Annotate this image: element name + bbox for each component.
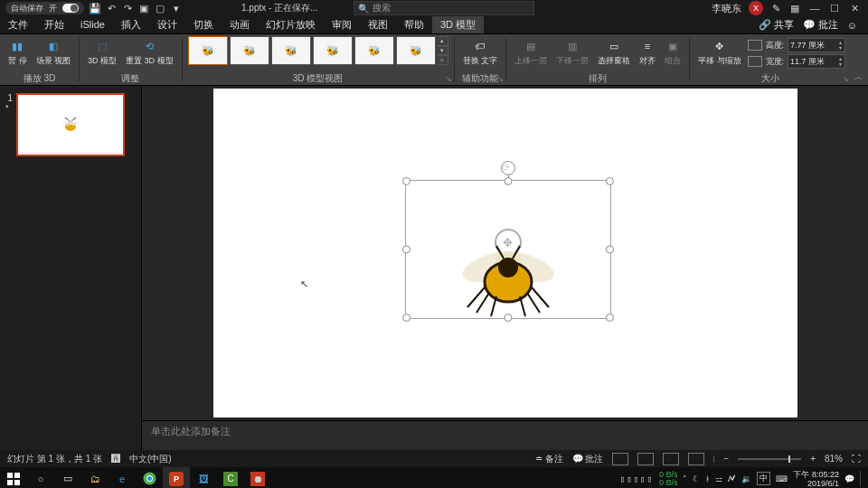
comments-button[interactable]: 💬 批注 — [803, 18, 838, 32]
collapse-ribbon-icon[interactable]: ︿ — [854, 71, 863, 83]
reading-view-icon[interactable] — [663, 453, 679, 465]
chrome-icon[interactable] — [136, 467, 163, 488]
tab-view[interactable]: 视图 — [360, 16, 396, 33]
normal-view-icon[interactable] — [612, 453, 628, 465]
photos-icon[interactable]: 🖼 — [190, 467, 217, 488]
tab-insert[interactable]: 插入 — [113, 16, 149, 33]
avatar[interactable]: X — [749, 1, 763, 15]
align-button[interactable]: ≡对齐 — [637, 36, 658, 67]
moon-icon[interactable]: ☾ — [693, 474, 700, 483]
reset-button[interactable]: ⟲重置 3D 模型 — [123, 36, 176, 67]
sorter-view-icon[interactable] — [637, 453, 654, 465]
fit-window-icon[interactable]: ⛶ — [852, 454, 861, 464]
model-button[interactable]: ⬚3D 模型 — [85, 36, 119, 67]
tab-design[interactable]: 设计 — [149, 16, 185, 33]
height-input[interactable]: ▴▾ — [788, 38, 845, 52]
accessibility-icon[interactable]: 🅰 — [111, 454, 120, 464]
tab-animations[interactable]: 动画 — [222, 16, 258, 33]
view-thumb-3[interactable]: 🐝 — [271, 36, 311, 65]
pause-button[interactable]: ▮▮暂 停 — [5, 36, 30, 67]
battery-icon[interactable]: 🗲 — [728, 474, 736, 483]
recorder-icon[interactable]: ⏺ — [244, 467, 271, 488]
scene-button[interactable]: ◧场景 视图 — [33, 36, 74, 67]
smile-icon[interactable]: ☺ — [847, 20, 857, 31]
language-button[interactable]: 中文(中国) — [129, 453, 172, 465]
share-button[interactable]: 🔗 共享 — [759, 18, 794, 32]
assist-launcher-icon[interactable]: ↘ — [497, 75, 504, 83]
selection-pane-button[interactable]: ▭选择窗格 — [595, 36, 633, 67]
start-button[interactable] — [0, 467, 27, 488]
camtasia-icon[interactable]: C — [217, 467, 244, 488]
slide[interactable]: ↖ ⟳ ✥ — [213, 89, 797, 418]
size-launcher-icon[interactable]: ↘ — [843, 75, 849, 83]
handle-s[interactable] — [504, 314, 512, 322]
handle-nw[interactable] — [402, 177, 410, 185]
tab-slideshow[interactable]: 幻灯片放映 — [258, 16, 324, 33]
taskview-icon[interactable]: ▭ — [54, 467, 81, 488]
alttext-button[interactable]: 🏷替换 文字 — [460, 36, 501, 67]
cortana-icon[interactable]: ○ — [27, 467, 54, 488]
tab-home[interactable]: 开始 — [36, 16, 72, 33]
3d-pivot-handle[interactable]: ✥ — [495, 229, 522, 256]
view-thumb-6[interactable]: 🐝 — [396, 36, 436, 65]
handle-se[interactable] — [606, 314, 614, 322]
zoom-value[interactable]: 81% — [825, 454, 843, 464]
zoom-in-icon[interactable]: + — [810, 454, 816, 464]
minimize-icon[interactable]: — — [808, 2, 821, 14]
handle-n[interactable] — [504, 177, 512, 185]
ribbon-display-icon[interactable]: ▦ — [788, 2, 801, 14]
autosave-toggle[interactable]: 自动保存 开 — [5, 2, 84, 14]
notes-pane[interactable]: 单击此处添加备注 — [142, 420, 868, 450]
undo-icon[interactable]: ↶ — [106, 3, 117, 14]
slide-thumb-1[interactable]: 1 * — [5, 93, 136, 156]
handle-sw[interactable] — [402, 314, 410, 322]
view-gallery[interactable]: 🐝 🐝 🐝 🐝 🐝 🐝 ▴▾▿ — [188, 36, 448, 65]
sound-icon[interactable]: 🔉 — [741, 474, 751, 483]
save-icon[interactable]: 💾 — [90, 3, 100, 14]
qat-more-icon[interactable]: ▾ — [171, 3, 182, 14]
views-launcher-icon[interactable]: ↘ — [446, 75, 452, 83]
ime-button[interactable]: 中 — [757, 472, 770, 485]
tab-3d-model[interactable]: 3D 模型 — [432, 16, 484, 33]
handle-w[interactable] — [402, 246, 410, 254]
tab-review[interactable]: 审阅 — [324, 16, 360, 33]
canvas[interactable]: ↖ ⟳ ✥ — [142, 86, 868, 420]
ray-icon[interactable]: ✎ — [770, 3, 781, 14]
bluetooth-icon[interactable]: ᚼ — [705, 474, 710, 483]
tab-help[interactable]: 帮助 — [396, 16, 432, 33]
search-input[interactable]: 🔍 搜索 — [354, 1, 534, 15]
tab-islide[interactable]: iSlide — [72, 16, 113, 33]
edge-icon[interactable]: e — [108, 467, 136, 488]
view-thumb-2[interactable]: 🐝 — [230, 36, 269, 65]
tray-chevron-icon[interactable]: ˄ — [683, 474, 687, 483]
selection-box[interactable]: ⟳ ✥ — [405, 180, 611, 319]
powerpoint-icon[interactable]: P — [163, 467, 190, 488]
handle-ne[interactable] — [606, 177, 614, 185]
view-thumb-4[interactable]: 🐝 — [313, 36, 353, 65]
close-icon[interactable]: ✕ — [848, 2, 861, 14]
explorer-icon[interactable]: 🗂 — [81, 467, 108, 488]
panzoom-button[interactable]: ✥平移 与缩放 — [695, 36, 744, 67]
tab-file[interactable]: 文件 — [0, 16, 36, 33]
slide-panel[interactable]: 1 * — [0, 86, 142, 450]
show-desktop[interactable] — [860, 471, 864, 487]
start-icon[interactable]: ▣ — [138, 3, 149, 14]
tab-transitions[interactable]: 切换 — [185, 16, 222, 33]
view-thumb-5[interactable]: 🐝 — [354, 36, 394, 65]
handle-e[interactable] — [606, 246, 614, 254]
gallery-scroll[interactable]: ▴▾▿ — [438, 36, 448, 65]
ime-mode-icon[interactable]: ⌨ — [776, 474, 788, 483]
action-center-icon[interactable]: 💬 — [844, 474, 854, 483]
redo-icon[interactable]: ↷ — [122, 3, 133, 14]
clock[interactable]: 下午 8:05:22 2019/6/1 — [793, 470, 839, 488]
rotate-handle[interactable]: ⟳ — [501, 161, 515, 175]
slideshow-view-icon[interactable] — [688, 453, 704, 465]
zoom-out-icon[interactable]: − — [723, 454, 729, 464]
zoom-slider[interactable] — [738, 458, 801, 460]
maximize-icon[interactable]: ☐ — [828, 2, 841, 14]
comments-toggle[interactable]: 💬 批注 — [572, 453, 604, 465]
notes-toggle[interactable]: ≐ 备注 — [535, 453, 563, 465]
width-input[interactable]: ▴▾ — [788, 54, 845, 69]
wifi-icon[interactable]: ⚍ — [715, 474, 722, 483]
view-thumb-1[interactable]: 🐝 — [188, 36, 228, 65]
